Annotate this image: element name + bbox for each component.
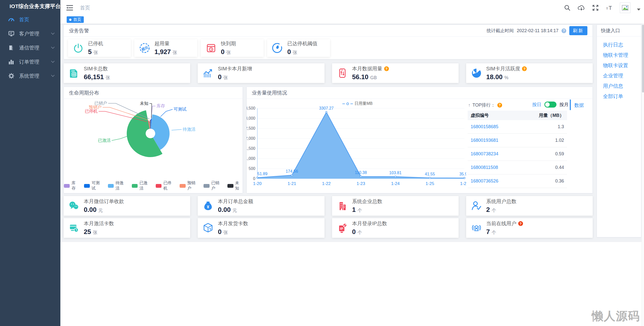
usage-card: 业务量使用情况 日用量MB 05001,0001,5002,0002,5003,… (247, 87, 593, 193)
sidebar-item-home[interactable]: 首页 (0, 13, 60, 27)
stat-unit: 张 (94, 50, 98, 55)
legend-item[interactable]: 未知 (227, 180, 243, 191)
lifecycle-pie-chart[interactable]: 库存可测试待激活已激活已停机预销户已销户未知 (64, 100, 243, 177)
svg-text:1-24: 1-24 (391, 181, 400, 186)
stat-tile-active-rate: SIM卡月活跃度? 18.00 % (466, 63, 593, 83)
legend-item[interactable]: 可测试 (84, 180, 103, 191)
legend-label: 库存 (71, 180, 79, 191)
virtual-id-link[interactable]: 16800193681 (471, 138, 498, 143)
help-icon[interactable]: ? (518, 221, 523, 226)
monitor-icon (8, 30, 15, 37)
sidebar-item-customers[interactable]: 客户管理 (0, 27, 60, 41)
help-icon[interactable]: ? (561, 28, 566, 33)
pie-legend: 库存 可测试 待激活 已激活 已停机 预销户 已销户 未知 (64, 180, 243, 191)
table-row: 16800193681 1.02 (468, 134, 567, 147)
usage-value: 0.59 (555, 151, 564, 157)
svg-text:未知: 未知 (140, 101, 148, 106)
quick-link-iot-card-mgmt[interactable]: 物联卡管理 (603, 52, 641, 59)
svg-text:110.38: 110.38 (355, 170, 367, 175)
stat-value: 0 (221, 48, 224, 56)
font-size-icon[interactable]: тT (606, 4, 613, 12)
legend-item[interactable]: 已销户 (204, 180, 223, 191)
stat-label: 快到期 (221, 40, 236, 47)
toggle-label-daily[interactable]: 按日 (532, 102, 541, 108)
alarm-stats-row: 已停机 5 张 超出 超用量 1,927 张 (64, 37, 592, 59)
money-bag-icon: ¥ (202, 200, 214, 212)
legend-item[interactable]: 待激活 (108, 180, 127, 191)
usage-value: 0.44 (555, 165, 564, 170)
stat-unit: 个 (492, 230, 496, 235)
toggle-label-monthly[interactable]: 按月 (559, 102, 569, 108)
cloud-download-icon[interactable] (578, 4, 585, 12)
avatar[interactable] (620, 3, 630, 13)
legend-item[interactable]: 预销户 (180, 180, 199, 191)
virtual-id-link[interactable]: 16800158685 (471, 124, 498, 129)
sidebar-item-communication[interactable]: 通信管理 (0, 41, 60, 55)
deadline-label: 统计截止时间 (487, 28, 514, 34)
virtual-id-link[interactable]: 16800811508 (471, 165, 498, 170)
stat-tile-sim-total: SIM SIM卡总数 66,151 张 (64, 63, 190, 83)
sidebar-item-orders[interactable]: 订单管理 (0, 55, 60, 69)
quick-link-exec-log[interactable]: 执行日志 (603, 41, 641, 48)
pie-icon (471, 67, 482, 79)
svg-text:174.56: 174.56 (286, 169, 298, 173)
breadcrumb[interactable]: 首页 (80, 5, 90, 11)
quick-links-list: 执行日志 物联卡管理 物联卡设置 企业管理 用户信息 全部订单 (597, 36, 641, 100)
quick-link-all-orders[interactable]: 全部订单 (603, 93, 641, 100)
legend-item[interactable]: 已激活 (132, 180, 151, 191)
quick-link-iot-card-settings[interactable]: 物联卡设置 (603, 62, 641, 69)
stat-unit: 张 (93, 230, 97, 235)
search-icon[interactable] (564, 4, 571, 12)
help-icon[interactable]: ? (384, 66, 389, 71)
stat-unit: 张 (223, 230, 228, 235)
caret-down-icon[interactable] (637, 9, 640, 11)
tab-home[interactable]: 首页 (67, 16, 84, 23)
legend-item[interactable]: 已停机 (156, 180, 175, 191)
calendar-clock-icon (205, 42, 217, 54)
chevron-down-icon (51, 73, 55, 77)
stat-tile-data-usage: 本月数据用量? 56.10 GB (332, 63, 459, 83)
stat-unit: 个 (492, 208, 496, 213)
fullscreen-icon[interactable] (592, 4, 599, 12)
table-row: 16800811508 0.44 (468, 161, 567, 174)
data-tab-indicator (570, 100, 571, 110)
stat-value: 0.00 (218, 206, 231, 213)
period-switch[interactable] (544, 102, 556, 108)
svg-text:35.91: 35.91 (459, 172, 466, 176)
legend-swatch (227, 184, 233, 188)
svg-text:1-22: 1-22 (322, 181, 331, 186)
app-window: IOT综合业务支撑平台 首页 客户管理 通信管理 (0, 0, 644, 326)
alarm-deadline: 统计截止时间 2022-02-11 18:14:17 ? 刷新 (487, 26, 587, 35)
virtual-id-link[interactable]: 16800736526 (471, 178, 498, 184)
stat-label: 系统用户总数 (486, 198, 516, 205)
quick-link-enterprise-mgmt[interactable]: 企业管理 (603, 72, 641, 79)
stat-value: 56.10 (352, 73, 369, 81)
svg-text:2,000: 2,000 (247, 136, 255, 141)
card-clock-icon (68, 222, 80, 234)
menu-fold-icon[interactable] (66, 5, 73, 11)
vertical-scrollbar[interactable] (641, 16, 644, 326)
scrollbar-thumb[interactable] (642, 25, 644, 92)
sidebar-item-system[interactable]: 系统管理 (0, 69, 60, 83)
svg-text:1,000: 1,000 (247, 156, 255, 161)
refresh-button[interactable]: 刷新 (569, 26, 587, 35)
help-icon[interactable]: ? (522, 66, 527, 71)
stat-label: 本月登录IP总数 (352, 220, 387, 227)
bar-chart-icon (8, 59, 15, 65)
col-usage: 用量（MB） (539, 112, 564, 118)
data-tab[interactable]: 数据 (574, 102, 584, 109)
stat-value: 66,151 (84, 73, 104, 81)
legend-label: 预销户 (187, 180, 199, 191)
chevron-down-icon (51, 31, 55, 35)
usage-line-chart[interactable]: 05001,0001,5002,0002,5003,0003,50051.891… (247, 100, 466, 188)
help-icon[interactable]: ? (497, 103, 502, 108)
table-header: 虚拟编号 用量（MB） (468, 111, 567, 120)
card-stats-row: 本月激活卡数 25 张 本月发货卡数 0 张 IP 本月登录IP总数 (64, 218, 593, 238)
tab-label: 首页 (73, 17, 81, 22)
tabs-bar: 首页 (60, 16, 644, 24)
quick-link-user-info[interactable]: 用户信息 (603, 83, 641, 89)
legend-item[interactable]: 库存 (64, 180, 79, 191)
virtual-id-link[interactable]: 16800738234 (471, 151, 498, 157)
usage-value: 1.3 (558, 124, 564, 129)
stat-label: 本月数据用量 (352, 65, 382, 72)
